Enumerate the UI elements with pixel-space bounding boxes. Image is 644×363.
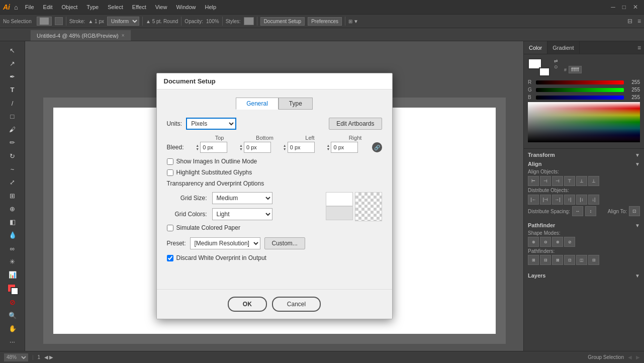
preferences-btn[interactable]: Preferences	[308, 17, 342, 26]
align-to-btn[interactable]: ⊡	[629, 206, 640, 216]
bleed-left-spinner[interactable]: ▲ ▼	[283, 142, 287, 153]
bleed-right-down[interactable]: ▼	[327, 147, 330, 151]
window-minimize-btn[interactable]: ─	[608, 4, 618, 11]
pencil-tool-btn[interactable]: ✏	[5, 137, 21, 149]
zoom-in-btn[interactable]: 🔍	[5, 309, 21, 321]
bleed-left-input[interactable]	[288, 142, 315, 153]
align-left-btn[interactable]: ⊢	[528, 176, 539, 186]
exclude-btn[interactable]: ⊘	[564, 237, 575, 247]
status-arrow-left[interactable]: ◀	[628, 354, 632, 360]
tab-type[interactable]: Type	[279, 98, 313, 110]
divide-btn[interactable]: ⊞	[528, 255, 539, 265]
menu-help[interactable]: Help	[201, 3, 221, 11]
bleed-top-spinner[interactable]: ▲ ▼	[196, 142, 199, 153]
dist-right-btn[interactable]: →|	[552, 195, 563, 205]
next-page-btn[interactable]: ▶	[49, 354, 53, 360]
menu-select[interactable]: Select	[104, 3, 127, 11]
edit-artboards-btn[interactable]: Edit Artboards	[329, 118, 382, 130]
layers-collapse-icon[interactable]: ▼	[635, 273, 640, 279]
gradient-tool-btn[interactable]: ◧	[5, 216, 21, 228]
rect-tool-btn[interactable]: □	[5, 110, 21, 122]
type-tool-btn[interactable]: T	[5, 84, 21, 96]
prev-page-btn[interactable]: ◀	[44, 354, 48, 360]
line-tool-btn[interactable]: /	[5, 97, 21, 109]
units-select[interactable]: Pixels Points Picas Inches Millimeters C…	[186, 118, 236, 130]
b-slider[interactable]	[536, 96, 624, 100]
align-center-h-btn[interactable]: ⊣	[540, 176, 551, 186]
document-setup-btn[interactable]: Document Setup	[260, 17, 305, 26]
warp-tool-btn[interactable]: ~	[5, 163, 21, 175]
g-slider[interactable]	[536, 88, 624, 92]
scale-tool-btn[interactable]: ⤢	[5, 176, 21, 189]
cancel-btn[interactable]: Cancel	[272, 297, 321, 312]
menu-window[interactable]: Window	[172, 3, 200, 11]
dist-bottom-btn[interactable]: ↓|	[588, 195, 599, 205]
shape-builder-btn[interactable]: ⊕	[5, 203, 21, 215]
fill-color-btn[interactable]	[5, 283, 21, 295]
dist-center-v-btn[interactable]: |↕	[576, 195, 587, 205]
pen-tool-btn[interactable]: ✒	[5, 71, 21, 83]
outline-btn[interactable]: ◫	[576, 255, 587, 265]
swap-reset-btns[interactable]: ⇄ ⊙	[554, 58, 558, 76]
stroke-swatch[interactable]	[55, 17, 63, 25]
align-collapse-icon[interactable]: ▼	[635, 161, 640, 167]
blend-tool-btn[interactable]: ∞	[5, 242, 21, 254]
bleed-top-input[interactable]	[200, 142, 227, 153]
transform-collapse-icon[interactable]: ▼	[635, 152, 640, 158]
highlight-glyphs-checkbox[interactable]	[167, 169, 173, 176]
tab-gradient[interactable]: Gradient	[547, 41, 579, 54]
styles-swatch[interactable]	[244, 17, 254, 25]
menu-object[interactable]: Object	[58, 3, 82, 11]
dist-left-btn[interactable]: |←	[528, 195, 539, 205]
arrange-btn[interactable]: ≡	[637, 18, 641, 25]
custom-btn[interactable]: Custom...	[264, 237, 305, 249]
tab-close-btn[interactable]: ×	[122, 33, 125, 38]
brush-tool-btn[interactable]: 🖌	[5, 124, 21, 136]
menu-effect[interactable]: Effect	[128, 3, 150, 11]
minus-back-btn[interactable]: ⊟	[588, 255, 599, 265]
bleed-bottom-up[interactable]: ▲	[239, 144, 243, 147]
color-spectrum[interactable]	[528, 102, 640, 142]
bleed-top-down[interactable]: ▼	[196, 147, 199, 151]
intersect-btn[interactable]: ⊗	[552, 237, 563, 247]
bleed-bottom-spinner[interactable]: ▲ ▼	[239, 142, 243, 153]
menu-file[interactable]: File	[21, 3, 38, 11]
bleed-right-spinner[interactable]: ▲ ▼	[327, 142, 330, 153]
status-arrow-right[interactable]: ▶	[636, 354, 640, 360]
bleed-top-up[interactable]: ▲	[196, 144, 199, 147]
direct-select-btn[interactable]: ↗	[5, 57, 21, 69]
symbol-btn[interactable]: ✳	[5, 255, 21, 267]
column-graph-btn[interactable]: 📊	[5, 269, 21, 281]
trim-btn[interactable]: ⊟	[540, 255, 551, 265]
menu-edit[interactable]: Edit	[39, 3, 57, 11]
dist-space-v-btn[interactable]: ↕	[585, 206, 596, 216]
align-right-btn[interactable]: ⊣	[552, 176, 563, 186]
discard-checkbox[interactable]	[167, 255, 173, 261]
stroke-type-select[interactable]: Uniform	[107, 17, 139, 26]
window-close-btn[interactable]: ✕	[630, 4, 641, 11]
dist-space-h-btn[interactable]: ↔	[572, 206, 583, 216]
window-maximize-btn[interactable]: □	[619, 4, 629, 11]
merge-btn[interactable]: ⊠	[552, 255, 563, 265]
bleed-bottom-input[interactable]	[244, 142, 271, 153]
bleed-left-down[interactable]: ▼	[283, 147, 287, 151]
panel-menu-btn[interactable]: ≡	[634, 41, 644, 54]
minus-front-btn[interactable]: ⊖	[540, 237, 551, 247]
grid-size-select[interactable]: Small Medium Large	[212, 192, 272, 204]
tab-general[interactable]: General	[236, 98, 279, 110]
hand-tool-btn[interactable]: ✋	[5, 323, 21, 335]
zoom-select[interactable]: 48% 100%	[4, 353, 28, 361]
menu-view[interactable]: View	[151, 3, 171, 11]
menu-type[interactable]: Type	[82, 3, 103, 11]
dist-center-h-btn[interactable]: |⊣	[540, 195, 551, 205]
more-tools-btn[interactable]: ···	[5, 336, 21, 348]
show-images-checkbox[interactable]	[167, 158, 173, 165]
fill-swatch[interactable]	[37, 17, 52, 26]
crop-btn[interactable]: ⊡	[564, 255, 575, 265]
r-slider[interactable]	[536, 80, 624, 84]
tab-color[interactable]: Color	[524, 41, 547, 54]
fill-stroke-icon[interactable]	[528, 58, 550, 76]
rotate-tool-btn[interactable]: ↻	[5, 150, 21, 162]
bleed-lock-btn[interactable]: 🔗	[372, 142, 382, 152]
bleed-right-up[interactable]: ▲	[327, 144, 330, 147]
